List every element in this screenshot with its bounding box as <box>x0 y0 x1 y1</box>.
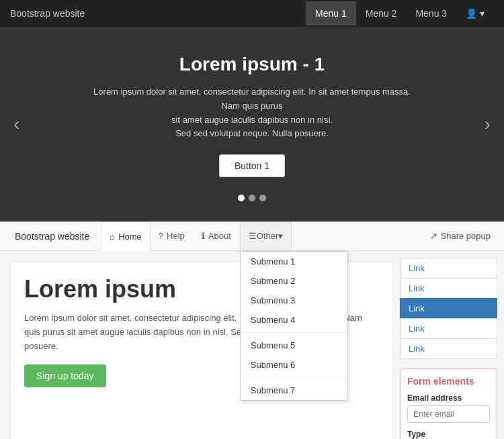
sidebar-links: Link Link Link Link Link <box>400 258 497 358</box>
sidebar-link-1[interactable]: Link <box>400 258 497 279</box>
share-popup-button[interactable]: ↗ Share popup <box>423 231 497 241</box>
dropdown-divider-1 <box>241 332 347 333</box>
dropdown-item-submenu2[interactable]: Submenu 2 <box>241 271 347 291</box>
hero-description: Lorem ipsum dolor sit amet, consectetur … <box>84 85 420 141</box>
other-label: Other <box>257 231 279 241</box>
top-nav-items: Menu 1 Menu 2 Menu 3 👤 ▾ <box>306 1 494 26</box>
top-navbar: Bootstrap website Menu 1 Menu 2 Menu 3 👤… <box>0 0 504 27</box>
sidebar-link-4[interactable]: Link <box>400 318 497 339</box>
top-nav-menu1[interactable]: Menu 1 <box>306 1 356 26</box>
sec-nav-about[interactable]: ℹ About <box>194 222 240 251</box>
dropdown-item-submenu4[interactable]: Submenu 4 <box>241 310 347 330</box>
top-nav-menu3[interactable]: Menu 3 <box>406 1 456 26</box>
carousel-dot-1[interactable] <box>238 195 245 201</box>
other-menu-icon: ☰ <box>249 231 257 241</box>
sec-nav-other-button[interactable]: ☰ Other ▾ <box>240 222 292 251</box>
email-input[interactable] <box>407 405 490 423</box>
sidebar-link-2[interactable]: Link <box>400 278 497 299</box>
top-brand: Bootstrap website <box>10 8 306 19</box>
sec-nav-home[interactable]: ⌂ Home <box>101 222 151 251</box>
dropdown-divider-2 <box>241 377 347 378</box>
dropdown-item-submenu1[interactable]: Submenu 1 <box>241 252 347 271</box>
carousel-next-button[interactable]: › <box>478 110 497 138</box>
sec-brand: Bootstrap website <box>7 231 97 242</box>
sec-nav-help[interactable]: ? Help <box>151 222 194 251</box>
hero-carousel: ‹ Lorem ipsum - 1 Lorem ipsum dolor sit … <box>0 27 504 222</box>
help-icon: ? <box>159 231 163 241</box>
other-dropdown-menu: Submenu 1 Submenu 2 Submenu 3 Submenu 4 … <box>240 251 347 401</box>
email-label: Email address <box>407 393 490 403</box>
carousel-dot-2[interactable] <box>249 195 255 201</box>
type-label: Type <box>407 430 490 439</box>
share-icon: ↗ <box>430 231 437 241</box>
form-elements-section: Form elements Email address Type 1 2 3 ▼ <box>400 369 497 439</box>
top-nav-menu2[interactable]: Menu 2 <box>356 1 407 26</box>
hero-title: Lorem ipsum - 1 <box>84 54 420 75</box>
secondary-navbar: Bootstrap website ⌂ Home ? Help ℹ About … <box>0 222 504 251</box>
sec-nav-right: ↗ Share popup <box>423 231 497 241</box>
sec-nav-other-dropdown[interactable]: ☰ Other ▾ Submenu 1 Submenu 2 Submenu 3 … <box>240 222 292 251</box>
hero-content: Lorem ipsum - 1 Lorem ipsum dolor sit am… <box>84 54 420 201</box>
sidebar-link-5[interactable]: Link <box>400 338 497 359</box>
carousel-indicators <box>84 195 420 201</box>
dropdown-item-submenu7[interactable]: Submenu 7 <box>241 381 347 400</box>
dropdown-arrow-icon: ▾ <box>278 231 283 241</box>
home-icon: ⌂ <box>110 232 115 242</box>
sidebar-link-3[interactable]: Link <box>400 298 497 319</box>
dropdown-item-submenu5[interactable]: Submenu 5 <box>241 336 347 355</box>
info-icon: ℹ <box>202 231 205 241</box>
dropdown-item-submenu6[interactable]: Submenu 6 <box>241 355 347 375</box>
signup-button[interactable]: Sign up today <box>24 364 106 387</box>
hero-button[interactable]: Button 1 <box>219 154 285 177</box>
user-menu-icon[interactable]: 👤 ▾ <box>456 1 494 26</box>
dropdown-item-submenu3[interactable]: Submenu 3 <box>241 291 347 310</box>
carousel-prev-button[interactable]: ‹ <box>7 110 26 138</box>
form-section-title: Form elements <box>407 376 490 387</box>
carousel-dot-3[interactable] <box>259 195 266 201</box>
content-right-sidebar: Link Link Link Link Link Form elements E… <box>393 251 504 439</box>
